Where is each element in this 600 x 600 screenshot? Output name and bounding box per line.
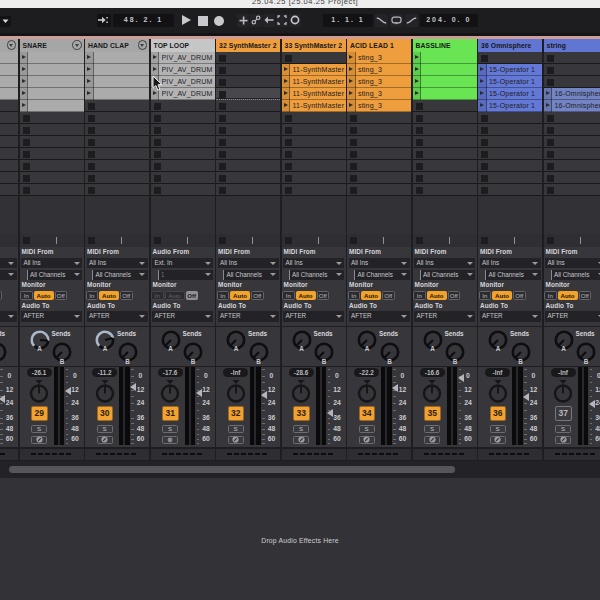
empty-clip-slot[interactable] xyxy=(282,112,346,124)
clip-launch-icon[interactable] xyxy=(20,64,29,76)
clip-stop-icon[interactable] xyxy=(23,115,30,122)
clip[interactable]: 11-SynthMaster 2 xyxy=(282,76,346,88)
monitor-in-button[interactable]: In xyxy=(413,291,426,301)
empty-clip-slot[interactable] xyxy=(151,136,215,148)
clip-launch-icon[interactable] xyxy=(413,64,422,76)
clip-stop-icon[interactable] xyxy=(154,127,161,134)
input-channel-dropdown[interactable]: All Channels xyxy=(485,270,541,280)
clip-stop-icon[interactable] xyxy=(219,151,226,158)
arm-button[interactable] xyxy=(31,436,47,444)
input-routing-dropdown[interactable]: All Ins xyxy=(414,258,475,268)
peak-level-display[interactable]: -Inf xyxy=(223,368,248,377)
pan-knob[interactable] xyxy=(487,380,509,404)
clip-launch-icon[interactable] xyxy=(85,64,94,76)
clip-launch-icon[interactable] xyxy=(20,52,29,64)
monitor-off-button[interactable]: Off xyxy=(251,291,264,301)
horizontal-scrollbar-thumb[interactable] xyxy=(9,466,455,474)
output-routing-dropdown[interactable]: AFTER xyxy=(0,311,17,322)
empty-clip-slot[interactable] xyxy=(347,136,411,148)
empty-clip-slot[interactable] xyxy=(151,112,215,124)
solo-button[interactable]: S xyxy=(490,425,506,433)
volume-fader-handle[interactable] xyxy=(0,395,5,403)
output-routing-dropdown[interactable]: AFTER xyxy=(152,311,213,322)
clip-launch-icon[interactable] xyxy=(282,76,291,88)
clip-stop-icon[interactable] xyxy=(88,187,95,194)
track-activator-button[interactable]: 31 xyxy=(162,406,179,421)
volume-fader-handle[interactable] xyxy=(458,374,464,382)
empty-clip-slot[interactable] xyxy=(216,148,280,160)
loop-length-display[interactable]: 204. 0. 0 xyxy=(420,14,478,27)
volume-fader-handle[interactable] xyxy=(392,384,398,392)
empty-clip-slot[interactable] xyxy=(85,172,149,184)
clip-stop-icon[interactable] xyxy=(481,151,488,158)
stop-button[interactable] xyxy=(198,16,208,26)
empty-clip-slot[interactable] xyxy=(478,160,542,172)
stop-clips-slot[interactable] xyxy=(282,234,346,247)
clip-stop-icon[interactable] xyxy=(350,151,357,158)
play-button[interactable] xyxy=(182,15,191,25)
empty-clip-slot[interactable] xyxy=(216,160,280,172)
monitor-in-button[interactable]: In xyxy=(86,291,99,301)
empty-clip-slot[interactable] xyxy=(347,148,411,160)
clip-stop-icon[interactable] xyxy=(481,175,488,182)
clip[interactable]: 11-SynthMaster 2 xyxy=(282,88,346,100)
stop-clips-slot[interactable] xyxy=(544,234,600,247)
clip-launch-icon[interactable] xyxy=(347,88,356,100)
empty-clip-slot[interactable] xyxy=(282,52,346,64)
empty-clip-slot[interactable] xyxy=(0,160,18,172)
input-routing-dropdown[interactable]: All Ins xyxy=(87,258,148,268)
empty-clip-slot[interactable] xyxy=(413,160,477,172)
empty-clip-slot[interactable] xyxy=(20,172,84,184)
empty-clip-slot[interactable] xyxy=(151,184,215,196)
empty-clip-slot[interactable] xyxy=(151,100,215,112)
clip-stop-icon[interactable] xyxy=(219,91,226,98)
clip-stop-icon[interactable] xyxy=(219,127,226,134)
solo-button[interactable]: S xyxy=(31,425,47,433)
output-routing-dropdown[interactable]: AFTER xyxy=(218,311,279,322)
input-routing-dropdown[interactable]: All Ins xyxy=(480,258,541,268)
input-routing-dropdown[interactable]: All Ins xyxy=(0,258,17,268)
track-activator-button[interactable]: 32 xyxy=(228,406,245,421)
clip[interactable]: sting_3 xyxy=(347,88,411,100)
output-routing-dropdown[interactable]: AFTER xyxy=(349,311,410,322)
clip[interactable] xyxy=(85,64,149,76)
empty-clip-slot[interactable] xyxy=(478,184,542,196)
track-header[interactable]: string xyxy=(544,39,600,52)
clip-stop-icon[interactable] xyxy=(154,115,161,122)
clip-launch-icon[interactable] xyxy=(478,100,487,112)
empty-clip-slot[interactable] xyxy=(544,112,600,124)
empty-clip-slot[interactable] xyxy=(0,124,18,136)
empty-clip-slot[interactable] xyxy=(347,160,411,172)
input-channel-dropdown[interactable]: 1 xyxy=(158,270,214,280)
punch-in-switch[interactable] xyxy=(375,14,389,27)
clip[interactable] xyxy=(413,88,477,100)
track-activator-button[interactable]: 34 xyxy=(359,406,376,421)
track-activator-button[interactable]: 35 xyxy=(424,406,441,421)
empty-clip-slot[interactable] xyxy=(347,112,411,124)
clip-stop-icon[interactable] xyxy=(416,139,423,146)
empty-clip-slot[interactable] xyxy=(282,160,346,172)
clip-stop-icon[interactable] xyxy=(23,151,30,158)
clip-stop-icon[interactable] xyxy=(547,163,554,170)
peak-level-display[interactable]: -17.6 xyxy=(158,368,183,377)
clip-launch-icon[interactable] xyxy=(347,100,356,112)
empty-clip-slot[interactable] xyxy=(544,76,600,88)
clip[interactable] xyxy=(20,88,84,100)
monitor-auto-button[interactable]: Auto xyxy=(558,291,578,301)
peak-level-display[interactable]: -16.6 xyxy=(420,368,445,377)
capture-midi-button[interactable] xyxy=(276,14,288,27)
horizontal-scrollbar[interactable] xyxy=(0,461,600,478)
pan-knob[interactable] xyxy=(356,380,378,404)
empty-clip-slot[interactable] xyxy=(85,136,149,148)
clip-stop-icon[interactable] xyxy=(88,115,95,122)
stop-clips-slot[interactable] xyxy=(85,234,149,247)
clip-launch-icon[interactable] xyxy=(282,64,291,76)
clip[interactable] xyxy=(20,100,84,112)
input-channel-dropdown[interactable]: All Channels xyxy=(27,270,83,280)
monitor-in-button[interactable]: In xyxy=(544,291,557,301)
empty-clip-slot[interactable] xyxy=(544,160,600,172)
monitor-in-button[interactable]: In xyxy=(217,291,230,301)
output-routing-dropdown[interactable]: AFTER xyxy=(283,311,344,322)
empty-clip-slot[interactable] xyxy=(0,184,18,196)
clip[interactable]: sting_3 xyxy=(347,76,411,88)
